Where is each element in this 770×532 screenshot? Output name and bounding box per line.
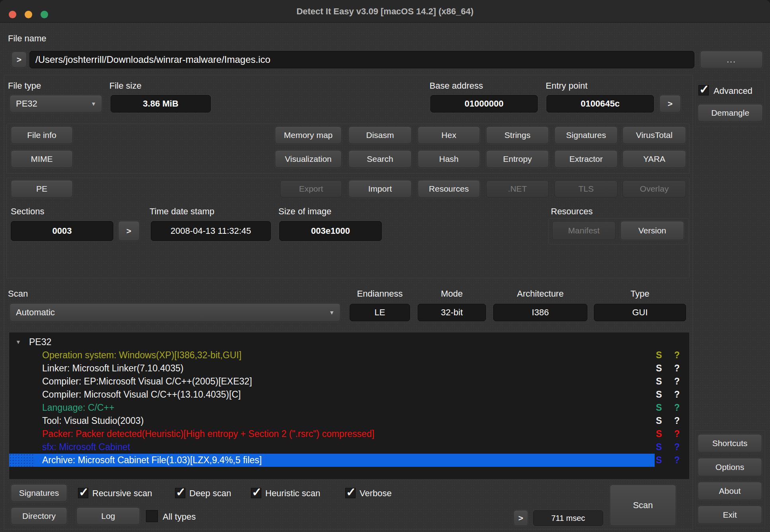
signature-flag[interactable]: S [656,427,662,441]
memory-map-button[interactable]: Memory map [275,126,342,144]
open-file-button[interactable]: > [12,52,27,68]
log-button[interactable]: Log [76,507,140,525]
verbose-checkbox[interactable]: ✓ [345,488,356,498]
sections-follow-button[interactable]: > [118,221,140,241]
app-window: Detect It Easy v3.09 [macOS 14.2] (x86_6… [0,0,770,532]
signature-flag[interactable]: S [656,349,662,362]
recursive-scan-checkbox[interactable]: ✓ [78,488,88,498]
signature-flag[interactable]: S [656,414,662,427]
architecture-value: I386 [493,304,587,321]
options-button[interactable]: Options [698,458,762,476]
heuristic-scan-checkbox[interactable]: ✓ [251,488,261,498]
browse-file-button[interactable]: ... [700,51,763,68]
tree-row-label: Packer: Packer detected(Heuristic)[High … [42,427,374,441]
chevron-down-icon: ▼ [91,101,96,107]
file-type-label: File type [8,81,41,91]
mode-value: 32-bit [418,304,486,321]
base-address-label: Base address [430,81,483,91]
entry-point-label: Entry point [546,81,587,91]
advanced-checkbox-label[interactable]: Advanced [714,86,752,96]
about-button[interactable]: About [698,482,762,500]
help-flag[interactable]: ? [674,414,680,427]
version-button[interactable]: Version [620,221,684,240]
tree-row-sfx[interactable]: sfx: Microsoft Cabinet S ? [9,441,689,454]
advanced-checkbox[interactable]: ✓ [698,85,709,95]
signature-flag[interactable]: S [656,388,662,401]
tree-row-label: Tool: Visual Studio(2003) [42,414,144,427]
tree-expand-icon[interactable]: ▼ [16,336,21,349]
tree-row-tool[interactable]: Tool: Visual Studio(2003) S ? [9,414,689,427]
help-flag[interactable]: ? [674,349,680,362]
signatures-db-button[interactable]: Signatures [11,484,67,502]
signature-flag[interactable]: S [656,454,662,467]
deep-scan-checkbox[interactable]: ✓ [175,488,185,498]
sections-value: 0003 [11,221,113,241]
file-type-value: PE32 [16,99,37,109]
scan-method-value: Automatic [16,307,55,318]
disasm-button[interactable]: Disasm [348,126,412,144]
signature-flag[interactable]: S [656,401,662,414]
visualization-button[interactable]: Visualization [275,150,342,168]
exit-button[interactable]: Exit [698,506,762,524]
tree-row-label: Compiler: Microsoft Visual C/C++(13.10.4… [42,388,241,401]
extractor-button[interactable]: Extractor [554,150,618,168]
all-types-label[interactable]: All types [163,512,196,522]
tree-row-label: Operation system: Windows(XP)[I386,32-bi… [42,349,241,362]
help-flag[interactable]: ? [674,454,680,467]
dotnet-button: .NET [486,180,549,198]
log-follow-button[interactable]: > [513,510,528,526]
manifest-button: Manifest [552,221,616,240]
signature-flag[interactable]: S [656,375,662,388]
tree-row-label: Linker: Microsoft Linker(7.10.4035) [42,362,183,375]
help-flag[interactable]: ? [674,441,680,454]
signatures-view-button[interactable]: Signatures [554,126,618,144]
signature-flag[interactable]: S [656,441,662,454]
help-flag[interactable]: ? [674,375,680,388]
pe-button[interactable]: PE [11,180,73,198]
help-flag[interactable]: ? [674,427,680,441]
file-path-input[interactable]: /Users/joshterrill/Downloads/winrar-malw… [29,51,694,68]
tree-row-packer[interactable]: Packer: Packer detected(Heuristic)[High … [9,427,689,441]
check-icon: ✓ [699,82,709,96]
help-flag[interactable]: ? [674,388,680,401]
entry-point-value[interactable]: 0100645c [546,95,654,113]
tree-row-pe32[interactable]: ▼ PE32 [9,336,689,349]
base-address-value[interactable]: 01000000 [430,95,538,113]
resources-button[interactable]: Resources [418,180,480,198]
heuristic-scan-label[interactable]: Heuristic scan [265,488,320,499]
file-info-button[interactable]: File info [11,126,73,144]
virustotal-button[interactable]: VirusTotal [622,126,686,144]
tree-row-operation-system[interactable]: Operation system: Windows(XP)[I386,32-bi… [9,349,689,362]
all-types-checkbox[interactable] [146,510,158,522]
entry-point-follow-button[interactable]: > [659,95,681,113]
tree-row-language[interactable]: Language: C/C++ S ? [9,401,689,414]
signature-flag[interactable]: S [656,362,662,375]
demangle-button[interactable]: Demangle [698,104,763,122]
scan-button[interactable]: Scan [610,485,676,526]
directory-button[interactable]: Directory [11,507,67,525]
sections-label: Sections [11,206,44,217]
shortcuts-button[interactable]: Shortcuts [698,434,762,452]
file-type-select[interactable]: PE32 ▼ [10,95,102,113]
tree-row-compiler-ep[interactable]: Compiler: EP:Microsoft Visual C/C++(2005… [9,375,689,388]
endianness-label: Endianness [350,289,410,299]
help-flag[interactable]: ? [674,401,680,414]
strings-button[interactable]: Strings [486,126,549,144]
scan-label: Scan [8,289,28,299]
tree-row-compiler[interactable]: Compiler: Microsoft Visual C/C++(13.10.4… [9,388,689,401]
hex-button[interactable]: Hex [418,126,480,144]
deep-scan-label[interactable]: Deep scan [189,488,231,499]
search-button[interactable]: Search [348,150,412,168]
tree-row-label: Compiler: EP:Microsoft Visual C/C++(2005… [42,375,252,388]
recursive-scan-label[interactable]: Recursive scan [92,488,152,499]
import-button[interactable]: Import [348,180,412,198]
tree-row-linker[interactable]: Linker: Microsoft Linker(7.10.4035) S ? [9,362,689,375]
hash-button[interactable]: Hash [418,150,480,168]
yara-button[interactable]: YARA [622,150,686,168]
tree-row-archive-selected[interactable]: Archive: Microsoft Cabinet File(1.03)[LZ… [9,454,689,467]
verbose-label[interactable]: Verbose [360,488,392,499]
mime-button[interactable]: MIME [11,150,73,168]
scan-method-select[interactable]: Automatic ▼ [10,303,340,322]
entropy-button[interactable]: Entropy [486,150,549,168]
help-flag[interactable]: ? [674,362,680,375]
